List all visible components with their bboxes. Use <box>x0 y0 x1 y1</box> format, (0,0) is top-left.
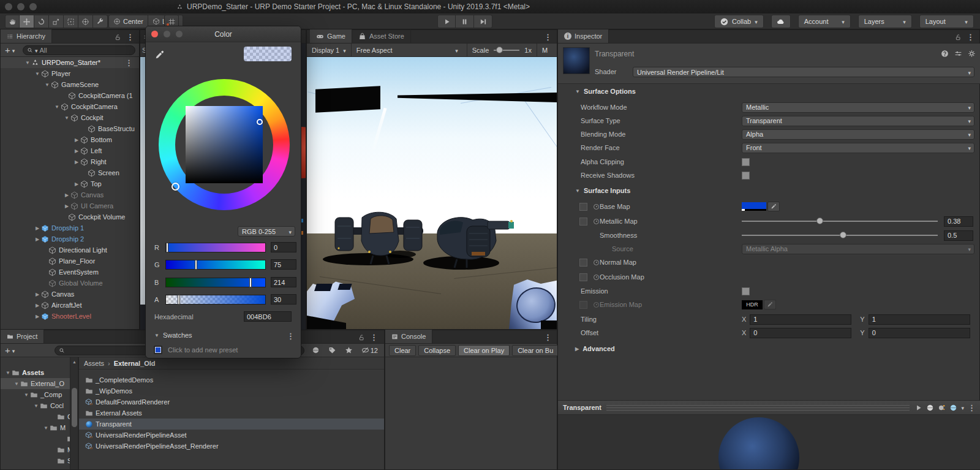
preview-light-icon[interactable] <box>938 404 946 412</box>
file-row[interactable]: External Assets <box>79 407 384 419</box>
layers-dropdown[interactable]: Layers <box>858 15 912 28</box>
hierarchy-item[interactable]: GameScene <box>1 79 139 90</box>
tiling-x-field[interactable]: 1 <box>750 314 851 325</box>
hierarchy-item[interactable]: Right <box>1 156 139 167</box>
hierarchy-item[interactable]: Player <box>1 68 139 79</box>
texture-picker-icon[interactable] <box>594 275 599 280</box>
metallic-map-texture-slot[interactable] <box>579 218 587 226</box>
play-button[interactable] <box>437 15 456 28</box>
project-tree-item[interactable]: Assets <box>1 367 70 378</box>
preset-swatch-icon[interactable] <box>153 345 163 355</box>
file-row[interactable]: _CompletedDemos <box>79 374 384 385</box>
blending-mode-dropdown[interactable]: Alpha <box>742 129 974 140</box>
alpha-value-field[interactable]: 30 <box>271 294 296 305</box>
project-tree-item[interactable]: Te <box>1 466 70 469</box>
pause-button[interactable] <box>456 15 474 28</box>
preview-mesh-icon[interactable] <box>926 404 934 412</box>
eyedropper-button[interactable] <box>767 202 780 211</box>
hierarchy-item[interactable]: UI Camera <box>1 200 139 211</box>
window-zoom-button[interactable] <box>29 3 37 10</box>
hidden-count-badge[interactable]: 12 <box>361 346 378 354</box>
rect-tool-button[interactable] <box>64 15 78 28</box>
lock-icon[interactable] <box>954 34 962 41</box>
file-row-selected[interactable]: Transparent <box>79 419 384 430</box>
kebab-menu-icon[interactable] <box>967 32 974 42</box>
file-row[interactable]: _WipDemos <box>79 385 384 396</box>
tab-game[interactable]: Game <box>310 29 352 43</box>
hierarchy-item[interactable]: EventSystem <box>1 267 139 278</box>
hierarchy-item[interactable]: Plane_Floor <box>1 256 139 267</box>
tab-inspector[interactable]: i Inspector <box>558 29 609 43</box>
eyedropper-icon[interactable] <box>154 50 165 60</box>
base-map-color-swatch[interactable] <box>742 202 766 211</box>
texture-picker-icon[interactable] <box>594 219 599 224</box>
project-tree-item[interactable]: Co <box>1 411 70 422</box>
preview-drag-handle[interactable] <box>606 405 910 411</box>
scrollbar-thumb[interactable] <box>72 388 77 427</box>
offset-x-field[interactable]: 0 <box>750 328 851 338</box>
scale-tool-button[interactable] <box>49 15 64 28</box>
surface-options-foldout[interactable]: ▼Surface Options <box>575 88 636 95</box>
file-row[interactable]: UniversalRenderPipelineAsset_Renderer <box>79 441 384 452</box>
metallic-slider-knob[interactable] <box>816 218 823 224</box>
surface-inputs-foldout[interactable]: ▼Surface Inputs <box>575 187 630 194</box>
add-preset-row[interactable]: Click to add new preset <box>153 345 238 355</box>
hand-tool-button[interactable] <box>5 15 20 28</box>
chevron-down-icon[interactable] <box>961 404 964 411</box>
hierarchy-item[interactable]: Bottom <box>1 134 139 145</box>
metallic-slider[interactable] <box>742 221 938 222</box>
foldout-arrow[interactable] <box>24 60 31 66</box>
move-tool-button[interactable] <box>20 15 34 28</box>
hierarchy-item[interactable]: BaseStructu <box>1 123 139 134</box>
console-clear-on-build-button[interactable]: Clear on Bu <box>512 345 559 356</box>
chevron-down-icon[interactable] <box>12 347 15 354</box>
tab-hierarchy[interactable]: Hierarchy <box>1 29 52 43</box>
breadcrumb-root[interactable]: Assets <box>84 360 104 367</box>
project-tree-item[interactable]: M <box>1 422 70 433</box>
scene-header-row[interactable]: URPDemo_Starter* <box>1 57 139 68</box>
alpha-slider-handle[interactable] <box>178 295 180 305</box>
normal-map-texture-slot[interactable] <box>579 259 587 267</box>
scale-slider-knob[interactable] <box>496 47 503 53</box>
project-tree-item[interactable]: Cocl <box>1 400 70 411</box>
texture-picker-icon[interactable] <box>594 260 599 265</box>
kebab-menu-icon[interactable] <box>126 32 134 42</box>
color-window-titlebar[interactable]: Color <box>146 26 301 42</box>
presets-icon[interactable] <box>954 50 962 58</box>
preview-viewport[interactable] <box>558 415 980 469</box>
kebab-menu-icon[interactable] <box>968 403 976 412</box>
custom-tool-button[interactable] <box>93 15 108 28</box>
rotate-tool-button[interactable] <box>34 15 49 28</box>
collab-dropdown[interactable]: Collab <box>714 15 764 28</box>
render-face-dropdown[interactable]: Front <box>742 143 974 153</box>
console-collapse-button[interactable]: Collapse <box>418 345 456 356</box>
scroll-up-arrow[interactable]: ▲ <box>72 360 77 364</box>
lock-icon[interactable] <box>114 34 121 41</box>
red-slider[interactable] <box>165 243 266 252</box>
tiling-y-field[interactable]: 1 <box>869 314 970 325</box>
project-tree-scrollbar[interactable]: ▲ <box>70 357 78 469</box>
step-button[interactable] <box>474 15 492 28</box>
file-row[interactable]: DefaultForwardRenderer <box>79 396 384 407</box>
receive-shadows-checkbox[interactable] <box>742 172 750 180</box>
swatches-kebab-icon[interactable] <box>287 332 295 341</box>
project-tree-item[interactable]: _Comp <box>1 389 70 400</box>
hierarchy-item[interactable]: Top <box>1 178 139 189</box>
kebab-menu-icon[interactable] <box>544 32 552 42</box>
blue-value-field[interactable]: 214 <box>271 277 296 287</box>
chevron-down-icon[interactable] <box>12 47 15 54</box>
hierarchy-item[interactable]: Canvas <box>1 289 139 300</box>
texture-picker-icon[interactable] <box>594 204 599 210</box>
breadcrumb-current[interactable]: External_Old <box>114 360 156 367</box>
hierarchy-item[interactable]: AircraftJet <box>1 300 139 311</box>
search-by-type-icon[interactable] <box>312 346 320 354</box>
favorite-search-icon[interactable] <box>345 346 353 354</box>
tab-console[interactable]: Console <box>385 330 432 343</box>
hierarchy-item[interactable]: Global Volume <box>1 278 139 289</box>
blue-slider-handle[interactable] <box>249 278 252 287</box>
game-viewport[interactable] <box>307 57 557 329</box>
file-row[interactable]: UniversalRenderPipelineAsset <box>79 430 384 441</box>
kebab-menu-icon[interactable] <box>370 333 378 342</box>
hierarchy-item[interactable]: Cockpit <box>1 112 139 123</box>
hierarchy-item[interactable]: Canvas <box>1 189 139 200</box>
